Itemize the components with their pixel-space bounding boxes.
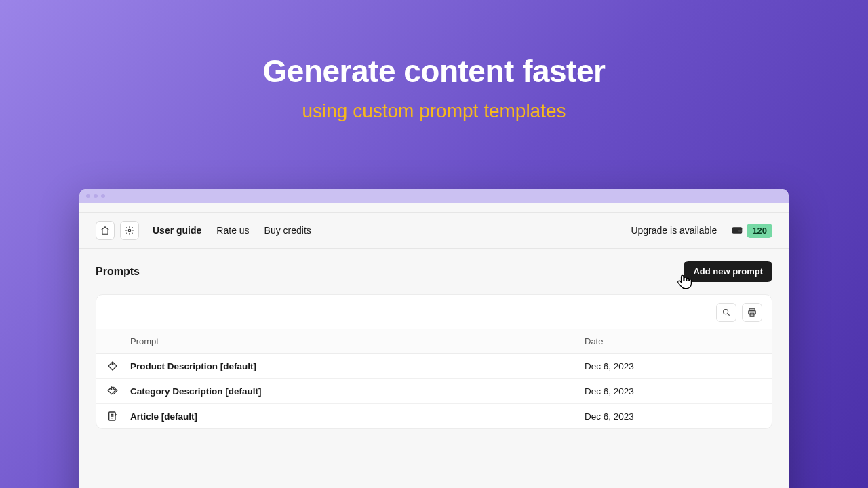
row-name: Article [default] <box>130 411 585 422</box>
print-icon <box>747 308 757 317</box>
traffic-max-icon[interactable] <box>101 194 105 198</box>
top-toolbar: User guide Rate us Buy credits Upgrade i… <box>79 212 789 249</box>
gear-icon <box>125 226 134 235</box>
add-new-prompt-button[interactable]: Add new prompt <box>684 261 772 282</box>
add-button-label: Add new prompt <box>693 266 763 277</box>
home-button[interactable] <box>96 221 115 240</box>
row-date: Dec 6, 2023 <box>585 386 761 396</box>
app-window: User guide Rate us Buy credits Upgrade i… <box>79 189 789 488</box>
row-date: Dec 6, 2023 <box>585 361 761 371</box>
row-name: Product Description [default] <box>130 361 585 371</box>
page-title: Prompts <box>96 266 140 278</box>
table-row[interactable]: Article [default]Dec 6, 2023 <box>96 404 772 428</box>
row-date: Dec 6, 2023 <box>585 411 761 422</box>
svg-rect-5 <box>749 311 756 314</box>
traffic-close-icon[interactable] <box>86 194 90 198</box>
home-icon <box>100 226 110 235</box>
nav-rate-us[interactable]: Rate us <box>216 225 249 236</box>
cursor-hand-icon <box>674 272 693 291</box>
wallet-icon <box>732 226 743 235</box>
row-name: Category Description [default] <box>130 386 585 396</box>
upgrade-notice[interactable]: Upgrade is available <box>631 225 717 236</box>
traffic-min-icon[interactable] <box>94 194 98 198</box>
credits-display: 120 <box>732 224 772 238</box>
credits-count: 120 <box>747 224 772 238</box>
nav-user-guide[interactable]: User guide <box>153 225 201 236</box>
svg-point-8 <box>111 389 111 390</box>
search-icon <box>722 308 731 317</box>
row-type-icon <box>107 386 130 396</box>
table-row[interactable]: Product Description [default]Dec 6, 2023 <box>96 354 772 379</box>
settings-button[interactable] <box>120 221 139 240</box>
search-button[interactable] <box>716 303 736 322</box>
table-header: Prompt Date <box>96 329 772 354</box>
nav-buy-credits[interactable]: Buy credits <box>264 225 311 236</box>
print-button[interactable] <box>742 303 762 322</box>
svg-point-0 <box>128 229 131 232</box>
hero-title: Generate content faster <box>0 53 868 89</box>
svg-rect-2 <box>738 230 743 232</box>
prompts-card: Prompt Date Product Description [default… <box>96 294 772 429</box>
col-prompt: Prompt <box>130 336 585 346</box>
row-type-icon <box>107 411 130 422</box>
svg-point-7 <box>112 363 113 365</box>
svg-point-3 <box>724 310 728 314</box>
col-date: Date <box>585 336 761 346</box>
hero-subtitle: using custom prompt templates <box>0 100 868 122</box>
window-titlebar <box>79 189 789 203</box>
table-row[interactable]: Category Description [default]Dec 6, 202… <box>96 379 772 404</box>
row-type-icon <box>107 361 130 371</box>
